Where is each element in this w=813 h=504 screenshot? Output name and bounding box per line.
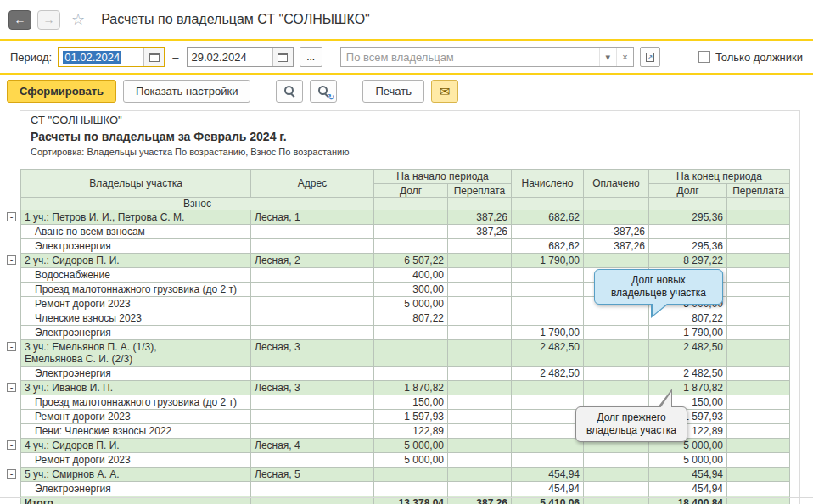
address-cell: Лесная, 3 <box>251 381 374 395</box>
checkbox-icon[interactable] <box>698 51 710 63</box>
overpay-end-cell <box>727 210 790 225</box>
collapse-minus-icon[interactable]: - <box>7 342 16 351</box>
address-cell <box>251 311 374 326</box>
print-button[interactable]: Печать <box>362 80 424 103</box>
owner-name-cell: 3 уч.: Иванов И. П.- <box>21 381 251 395</box>
fee-detail-row: Аванс по всем взносам387,26-387,26 <box>21 225 790 239</box>
overpay-start-cell <box>448 439 512 453</box>
debt-start-cell: 5 000,00 <box>374 453 448 468</box>
paid-cell: -387,26 <box>584 225 649 239</box>
owner-filter-placeholder: По всем владельцам <box>341 48 599 66</box>
col-owners: Владельцы участка <box>21 170 251 198</box>
date-to-value[interactable]: 29.02.2024 <box>188 48 272 66</box>
paid-cell <box>584 340 649 367</box>
chevron-down-icon[interactable]: ▾ <box>599 48 616 66</box>
fee-detail-row: Ремонт дороги 20235 000,005 000,00 <box>21 453 790 468</box>
period-label: Период: <box>10 51 52 64</box>
send-email-button[interactable]: ✉ <box>431 80 458 103</box>
search-next-button[interactable]: ↻ <box>310 80 337 103</box>
accrued-cell <box>512 381 584 395</box>
date-to-calendar-button[interactable] <box>272 48 293 66</box>
debt-end-cell: 2 482,50 <box>649 340 727 367</box>
debt-start-cell <box>374 225 448 239</box>
debt-start-cell: 150,00 <box>374 395 448 410</box>
overpay-start-cell <box>448 453 512 468</box>
date-from-field[interactable]: 01.02.2024 <box>58 47 165 67</box>
search-button[interactable] <box>276 80 303 103</box>
paid-cell <box>584 210 649 225</box>
address-cell <box>251 367 374 381</box>
period-options-button[interactable]: ... <box>300 47 322 67</box>
debt-start-cell <box>374 210 448 225</box>
favorite-star-icon[interactable]: ☆ <box>71 10 85 29</box>
accrued-cell <box>512 395 584 410</box>
overpay-start-cell <box>448 395 512 410</box>
accrued-cell <box>512 410 584 424</box>
collapse-minus-icon[interactable]: - <box>7 469 16 479</box>
overpay-start-cell <box>448 424 512 439</box>
address-cell <box>251 283 374 297</box>
owner-name-cell: Проезд малотоннажного грузовика (до 2 т) <box>21 395 251 410</box>
collapse-minus-icon[interactable]: - <box>7 212 16 221</box>
fee-detail-row: Электроэнергия454,94454,94 <box>21 482 790 496</box>
accrued-cell <box>512 283 584 297</box>
collapse-minus-icon[interactable]: - <box>7 440 16 450</box>
debtors-only-checkbox[interactable]: Только должники <box>698 51 803 64</box>
debt-start-cell <box>374 468 448 482</box>
owner-name-cell: Электроэнергия <box>21 367 251 381</box>
generate-button[interactable]: Сформировать <box>7 80 116 103</box>
overpay-start-cell <box>448 326 512 340</box>
owner-name-cell: Ремонт дороги 2023 <box>21 410 251 424</box>
calendar-icon <box>278 53 288 62</box>
overpay-end-cell <box>727 395 790 410</box>
address-cell: Лесная, 5 <box>251 468 374 482</box>
debt-start-cell <box>374 326 448 340</box>
col-paid: Оплачено <box>584 170 649 198</box>
collapse-minus-icon[interactable]: - <box>7 255 16 265</box>
envelope-icon: ✉ <box>440 85 451 98</box>
overpay-end-cell <box>727 340 790 367</box>
owner-name-cell: 2 уч.: Сидоров П. И.- <box>21 254 251 268</box>
accrued-cell <box>512 297 584 311</box>
back-button[interactable]: ← <box>8 10 31 30</box>
overpay-start-cell <box>448 367 512 381</box>
callout-new-owners-debt: Долг новых владельцев участка <box>594 269 723 305</box>
address-cell <box>251 395 374 410</box>
date-from-calendar-button[interactable] <box>143 48 164 66</box>
clear-icon[interactable]: × <box>616 48 633 66</box>
owner-name-cell: Пени: Членские взносы 2022 <box>21 424 251 439</box>
accrued-cell: 2 482,50 <box>512 340 584 367</box>
owner-group-row: 2 уч.: Сидоров П. И.-Лесная, 26 507,221 … <box>21 254 790 268</box>
titlebar: ← → ☆ Расчеты по владельцам СТ "СОЛНЫШКО… <box>0 0 813 39</box>
date-from-value[interactable]: 01.02.2024 <box>63 51 121 64</box>
collapse-minus-icon[interactable]: - <box>7 383 16 392</box>
overpay-end-cell <box>727 283 790 297</box>
show-settings-button[interactable]: Показать настройки <box>123 80 250 103</box>
forward-arrow-icon: → <box>43 13 55 26</box>
owner-name-cell: Водоснабжение <box>21 268 251 283</box>
owner-name-cell: Аванс по всем взносам <box>21 225 251 239</box>
accrued-cell: 1 790,00 <box>512 326 584 340</box>
fee-detail-row: Членские взносы 2023807,22807,22 <box>21 311 790 326</box>
report-table-body: 1 уч.: Петров И. И., Петрова С. М.-Лесна… <box>21 210 790 504</box>
debt-start-cell: 807,22 <box>374 311 448 326</box>
owner-group-row: 3 уч.: Иванов И. П.-Лесная, 31 870,821 8… <box>21 381 790 395</box>
callout-text: владельцев участка <box>602 287 715 300</box>
debt-start-cell: 6 507,22 <box>374 254 448 268</box>
date-to-field[interactable]: 29.02.2024 <box>187 47 294 67</box>
col-overpay-end: Переплата <box>727 184 790 198</box>
overpay-end-cell <box>727 239 790 254</box>
owner-filter-combobox[interactable]: По всем владельцам ▾ × <box>340 47 634 67</box>
period-dash: – <box>172 51 178 64</box>
owner-group-row: 3 уч.: Емельянов П. А. (1/3), Емельянова… <box>21 340 790 367</box>
address-cell <box>251 482 374 496</box>
open-list-button[interactable]: ↗ <box>640 47 660 67</box>
debt-start-cell: 122,89 <box>374 424 448 439</box>
calendar-icon <box>149 53 160 62</box>
debt-start-cell <box>374 367 448 381</box>
debt-start-cell: 1 870,82 <box>374 381 448 395</box>
forward-button[interactable]: → <box>37 10 60 30</box>
col-debt-end: Долг <box>649 184 727 198</box>
overpay-end-cell <box>727 453 790 468</box>
owner-group-row: 5 уч.: Смирнов А. А.-Лесная, 5454,94454,… <box>21 468 790 482</box>
